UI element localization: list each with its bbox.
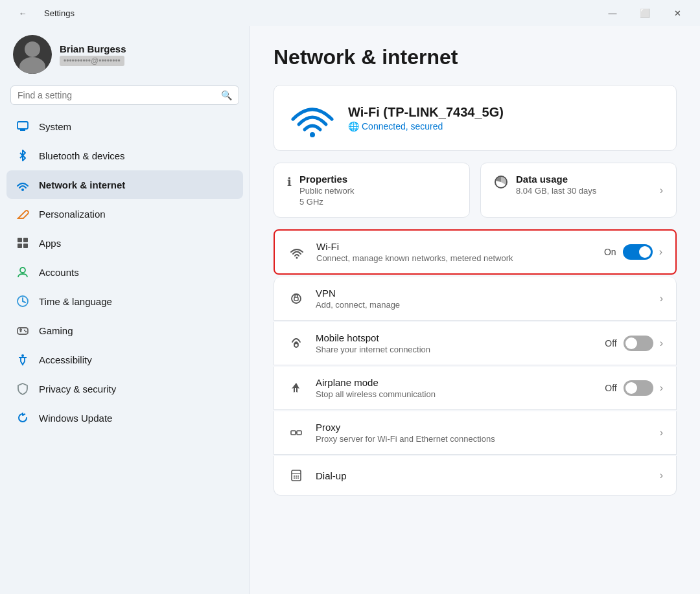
properties-title: Properties (299, 174, 355, 185)
svg-rect-0 (18, 122, 28, 129)
sidebar-item-label-network: Network & internet (39, 179, 125, 190)
svg-point-21 (296, 257, 298, 259)
dialup-title: Dial-up (316, 470, 649, 481)
proxy-chevron: › (660, 427, 663, 439)
properties-line2: 5 GHz (299, 197, 355, 207)
airplane-title: Airplane mode (316, 377, 594, 388)
dialup-chevron: › (660, 470, 663, 481)
airplane-toggle[interactable] (624, 380, 653, 396)
close-button[interactable]: ✕ (662, 3, 692, 23)
settings-item-proxy[interactable]: ProxyProxy server for Wi-Fi and Ethernet… (274, 411, 677, 455)
apps-icon (16, 236, 30, 250)
sidebar-item-gaming[interactable]: Gaming (6, 316, 243, 345)
wifi-text: Wi-FiConnect, manage known networks, met… (316, 241, 594, 263)
data-usage-chevron: › (660, 185, 663, 196)
system-icon (16, 119, 30, 133)
app-window: Brian Burgess ••••••••••@•••••••• 🔍 Syst… (0, 26, 700, 594)
sidebar-item-label-update: Windows Update (39, 413, 112, 424)
sidebar-item-system[interactable]: System (6, 112, 243, 141)
airplane-desc: Stop all wireless communication (316, 389, 594, 399)
network-icon (16, 177, 30, 192)
airplane-setting-icon (287, 379, 305, 397)
settings-item-dialup[interactable]: Dial-up› (274, 456, 677, 496)
sidebar-item-update[interactable]: Windows Update (6, 404, 243, 432)
search-box[interactable]: 🔍 (10, 86, 239, 105)
svg-point-17 (21, 354, 24, 357)
sidebar-item-label-privacy: Privacy & security (39, 383, 116, 394)
svg-rect-1 (20, 130, 25, 131)
time-icon (16, 294, 30, 308)
svg-point-35 (298, 477, 299, 479)
svg-point-34 (296, 477, 297, 479)
back-button[interactable]: ← (8, 3, 38, 23)
sidebar-item-accounts[interactable]: Accounts (6, 258, 243, 286)
sidebar-item-label-bluetooth: Bluetooth & devices (39, 150, 125, 161)
bluetooth-icon (16, 148, 30, 163)
sidebar-item-label-system: System (39, 121, 71, 132)
airplane-text: Airplane modeStop all wireless communica… (316, 377, 594, 399)
page-title: Network & internet (274, 45, 677, 69)
properties-card[interactable]: ℹ Properties Public network 5 GHz (274, 163, 470, 218)
sidebar-item-personalization[interactable]: Personalization (6, 200, 243, 228)
sidebar-item-accessibility[interactable]: Accessibility (6, 345, 243, 374)
settings-item-vpn[interactable]: VPNAdd, connect, manage› (274, 277, 677, 321)
hotspot-setting-icon (287, 334, 305, 352)
maximize-button[interactable]: ⬜ (630, 3, 660, 23)
svg-rect-26 (297, 431, 301, 435)
vpn-setting-icon (287, 290, 305, 308)
sidebar-item-privacy[interactable]: Privacy & security (6, 374, 243, 403)
dialup-setting-icon (287, 466, 305, 485)
sidebar-item-network[interactable]: Network & internet (6, 170, 243, 199)
svg-point-16 (25, 331, 27, 332)
properties-text: Properties Public network 5 GHz (299, 174, 355, 207)
airplane-toggle-label: Off (605, 383, 616, 393)
hotspot-toggle[interactable] (624, 336, 653, 351)
user-section: Brian Burgess ••••••••••@•••••••• (6, 26, 243, 83)
settings-list: Wi-FiConnect, manage known networks, met… (274, 229, 677, 496)
globe-icon: 🌐 (348, 121, 359, 131)
hotspot-text: Mobile hotspotShare your internet connec… (316, 332, 594, 354)
titlebar-title: Settings (44, 8, 75, 18)
sidebar-item-bluetooth[interactable]: Bluetooth & devices (6, 141, 243, 170)
wifi-name: Wi-Fi (TP-LINK_7434_5G) (348, 105, 504, 120)
settings-item-hotspot[interactable]: Mobile hotspotShare your internet connec… (274, 322, 677, 365)
data-usage-card[interactable]: Data usage 8.04 GB, last 30 days › (480, 163, 677, 218)
search-input[interactable] (18, 90, 216, 100)
sidebar-item-time[interactable]: Time & language (6, 287, 243, 315)
wifi-toggle[interactable] (623, 244, 653, 260)
settings-item-airplane[interactable]: Airplane modeStop all wireless communica… (274, 367, 677, 410)
svg-point-15 (24, 330, 25, 331)
sidebar-item-label-time: Time & language (39, 296, 112, 307)
main-content: Network & internet Wi-Fi (TP-LINK_7434_5… (250, 26, 700, 594)
wifi-desc: Connect, manage known networks, metered … (316, 253, 594, 263)
properties-line1: Public network (299, 186, 355, 196)
dialup-right: › (660, 470, 663, 481)
vpn-chevron: › (660, 293, 663, 304)
svg-line-10 (23, 301, 25, 303)
hotspot-chevron: › (660, 337, 663, 349)
svg-point-30 (294, 475, 295, 477)
data-usage-amount: 8.04 GB, last 30 days (516, 186, 596, 196)
personalization-icon (16, 207, 30, 221)
svg-point-7 (20, 268, 25, 273)
sidebar-item-apps[interactable]: Apps (6, 229, 243, 257)
svg-rect-23 (294, 297, 298, 301)
wifi-status-card: Wi-Fi (TP-LINK_7434_5G) 🌐 Connected, sec… (274, 85, 677, 151)
hotspot-desc: Share your internet connection (316, 345, 594, 354)
settings-item-wifi[interactable]: Wi-FiConnect, manage known networks, met… (274, 229, 677, 275)
vpn-right: › (660, 293, 663, 304)
sidebar-item-label-accessibility: Accessibility (39, 354, 92, 365)
sidebar-item-label-personalization: Personalization (39, 209, 106, 220)
wifi-toggle-label: On (604, 247, 616, 257)
vpn-desc: Add, connect, manage (316, 300, 649, 310)
wifi-setting-icon (288, 243, 306, 261)
svg-point-33 (294, 477, 295, 479)
svg-rect-6 (23, 244, 28, 248)
avatar[interactable] (13, 35, 52, 74)
vpn-title: VPN (316, 288, 649, 299)
privacy-icon (16, 382, 30, 396)
minimize-button[interactable]: — (598, 3, 627, 23)
data-usage-icon (494, 175, 508, 192)
hotspot-title: Mobile hotspot (316, 332, 594, 343)
wifi-status: 🌐 Connected, secured (348, 121, 504, 131)
